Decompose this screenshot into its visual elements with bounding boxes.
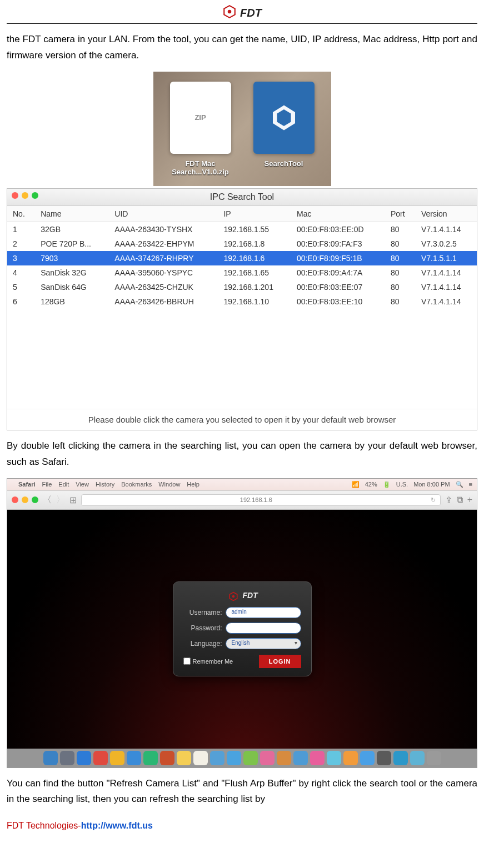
- table-row[interactable]: 6128GBAAAA-263426-BBRUH192.168.1.1000:E0…: [7, 294, 477, 309]
- menu-item[interactable]: View: [76, 481, 89, 488]
- dock-app-icon[interactable]: [393, 751, 408, 765]
- add-tab-icon[interactable]: +: [467, 495, 472, 505]
- menu-item[interactable]: File: [42, 481, 52, 488]
- menu-item[interactable]: History: [96, 481, 114, 488]
- safari-toolbar: 〈 〉 ⊞ 192.168.1.6 ↻ ⇪ ⧉ +: [7, 490, 477, 510]
- macos-dock[interactable]: [7, 749, 477, 767]
- window-title: IPC Search Tool: [210, 192, 274, 202]
- svg-point-5: [232, 595, 235, 598]
- dock-app-icon[interactable]: [227, 751, 241, 765]
- dock-app-icon[interactable]: [293, 751, 308, 765]
- col-name[interactable]: Name: [35, 206, 109, 222]
- address-bar[interactable]: 192.168.1.6 ↻: [81, 494, 441, 506]
- app-menu[interactable]: Safari: [18, 481, 36, 488]
- menu-item[interactable]: Window: [158, 481, 180, 488]
- col-no[interactable]: No.: [7, 206, 35, 222]
- forward-button[interactable]: 〉: [56, 494, 65, 506]
- dock-app-icon[interactable]: [43, 751, 58, 765]
- zip-file-icon[interactable]: FDT Mac Search...V1.0.zip: [170, 82, 231, 176]
- dock-app-icon[interactable]: [260, 751, 275, 765]
- table-row[interactable]: 4SanDisk 32GAAAA-395060-YSPYC192.168.1.6…: [7, 265, 477, 280]
- dock-app-icon[interactable]: [60, 751, 74, 765]
- language-label: Language:: [183, 640, 222, 648]
- table-row[interactable]: 5SanDisk 64GAAAA-263425-CHZUK192.168.1.2…: [7, 280, 477, 294]
- page-footer: FDT Technologies-http://www.fdt.us: [7, 821, 477, 831]
- dock-app-icon[interactable]: [193, 751, 208, 765]
- col-port[interactable]: Port: [385, 206, 416, 222]
- share-icon[interactable]: ⇪: [445, 495, 452, 505]
- fdt-logo-icon: [228, 591, 238, 600]
- battery-icon: 🔋: [383, 481, 391, 488]
- dock-app-icon[interactable]: [243, 751, 258, 765]
- ipc-hint: Please double click the camera you selec…: [7, 409, 477, 430]
- maximize-icon[interactable]: [32, 192, 38, 199]
- dock-app-icon[interactable]: [210, 751, 224, 765]
- col-mac[interactable]: Mac: [291, 206, 385, 222]
- close-icon[interactable]: [12, 496, 18, 503]
- searchtool-app-icon[interactable]: SearchTool: [253, 82, 315, 176]
- paragraph-2: By double left clicking the camera in th…: [7, 438, 477, 470]
- minimize-icon[interactable]: [22, 192, 28, 199]
- safari-screenshot: Safari FileEditViewHistoryBookmarksWindo…: [7, 478, 477, 768]
- locale-indicator[interactable]: U.S.: [396, 481, 408, 488]
- username-input[interactable]: admin: [226, 607, 301, 618]
- ipc-search-tool-window: IPC Search Tool No. Name UID IP Mac Port…: [7, 188, 477, 430]
- paragraph-1: the FDT camera in your LAN. From the too…: [7, 32, 477, 64]
- dock-app-icon[interactable]: [143, 751, 158, 765]
- menu-extras-icon[interactable]: ≡: [469, 481, 472, 488]
- spotlight-icon[interactable]: 🔍: [456, 481, 463, 488]
- dock-app-icon[interactable]: [360, 751, 375, 765]
- dock-app-icon[interactable]: [310, 751, 325, 765]
- dock-app-icon[interactable]: [77, 751, 91, 765]
- menu-item[interactable]: Edit: [58, 481, 69, 488]
- login-button[interactable]: LOGIN: [259, 655, 301, 668]
- minimize-icon[interactable]: [22, 496, 28, 503]
- fdt-logo-icon: [222, 4, 237, 21]
- maximize-icon[interactable]: [32, 496, 38, 503]
- login-brand: FDT: [243, 591, 258, 600]
- tabs-icon[interactable]: ⧉: [457, 495, 463, 505]
- menu-item[interactable]: Bookmarks: [121, 481, 152, 488]
- svg-point-1: [228, 10, 232, 14]
- language-select[interactable]: English▾: [226, 638, 301, 649]
- col-uid[interactable]: UID: [109, 206, 218, 222]
- menu-item[interactable]: Help: [187, 481, 199, 488]
- dock-app-icon[interactable]: [343, 751, 358, 765]
- battery-status: 42%: [365, 481, 377, 488]
- dock-app-icon[interactable]: [160, 751, 174, 765]
- dock-app-icon[interactable]: [377, 751, 391, 765]
- dock-app-icon[interactable]: [110, 751, 124, 765]
- camera-table: No. Name UID IP Mac Port Version 132GBAA…: [7, 206, 477, 309]
- username-label: Username:: [183, 609, 222, 616]
- clock: Mon 8:00 PM: [413, 481, 450, 488]
- dock-app-icon[interactable]: [93, 751, 108, 765]
- dock-app-icon[interactable]: [410, 751, 425, 765]
- brand-text: FDT: [240, 7, 262, 19]
- table-row[interactable]: 37903AAAA-374267-RHPRY192.168.1.600:E0:F…: [7, 251, 477, 265]
- dock-app-icon[interactable]: [327, 751, 341, 765]
- table-row[interactable]: 132GBAAAA-263430-TYSHX192.168.1.5500:E0:…: [7, 222, 477, 237]
- back-button[interactable]: 〈: [43, 494, 52, 506]
- remember-me-checkbox[interactable]: Remember Me: [183, 658, 233, 665]
- col-version[interactable]: Version: [416, 206, 477, 222]
- window-controls[interactable]: [12, 192, 38, 199]
- dock-app-icon[interactable]: [177, 751, 191, 765]
- table-row[interactable]: 2POE 720P B...AAAA-263422-EHPYM192.168.1…: [7, 237, 477, 251]
- paragraph-3: You can find the button "Refresh Camera …: [7, 776, 477, 808]
- col-ip[interactable]: IP: [218, 206, 291, 222]
- wifi-icon[interactable]: 📶: [352, 481, 360, 488]
- macos-menubar: Safari FileEditViewHistoryBookmarksWindo…: [7, 479, 477, 490]
- dock-app-icon[interactable]: [127, 751, 141, 765]
- password-label: Password:: [183, 624, 222, 632]
- close-icon[interactable]: [12, 192, 18, 199]
- sidebar-icon[interactable]: ⊞: [69, 495, 77, 505]
- dock-app-icon[interactable]: [277, 751, 291, 765]
- login-card: FDT Username: admin Password: Language: …: [173, 581, 312, 676]
- password-input[interactable]: [226, 623, 301, 634]
- dock-app-icon[interactable]: [427, 751, 441, 765]
- desktop-icons-figure: FDT Mac Search...V1.0.zip SearchTool: [7, 72, 477, 186]
- page-header: FDT: [7, 0, 477, 24]
